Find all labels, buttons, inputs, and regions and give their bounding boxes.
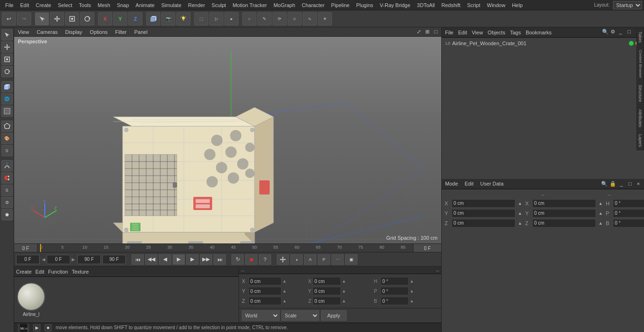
material-thumbnail[interactable] <box>17 283 45 311</box>
options-menu[interactable]: Options <box>88 29 109 35</box>
material-item[interactable]: Airline_l <box>17 283 45 317</box>
sidebar-magnet-btn[interactable]: 🧲 <box>1 172 13 184</box>
object-item-crate[interactable]: L0 Airline_Pet_Wooden_Crate_001 <box>444 40 642 47</box>
coord-y-size-input[interactable] <box>313 287 341 295</box>
prev-key-btn[interactable]: ◀◀ <box>145 254 157 265</box>
attr-x-pos-arrow[interactable]: ▲ <box>517 200 523 207</box>
mat-function-label[interactable]: Function <box>48 269 68 275</box>
attr-search-icon[interactable]: 🔍 <box>601 180 608 187</box>
tab-attributes[interactable]: Attributes <box>636 106 644 130</box>
attr-y-pos-input[interactable] <box>452 209 515 218</box>
coord-z-pos-arrow[interactable]: ▲ <box>282 299 287 303</box>
coord-b-input[interactable] <box>380 297 409 305</box>
menu-vray[interactable]: V-Ray Bridge <box>377 0 414 10</box>
menu-help[interactable]: Help <box>509 0 526 10</box>
coord-h-arrow[interactable]: ▲ <box>410 279 414 283</box>
render-view-btn[interactable]: ▷ <box>209 12 223 25</box>
attr-x-size-arrow[interactable]: ▲ <box>597 200 604 207</box>
attr-x-size-input[interactable] <box>532 199 596 208</box>
menu-animate[interactable]: Animate <box>132 0 158 10</box>
menu-simulate[interactable]: Simulate <box>158 0 185 10</box>
scale-tool[interactable] <box>65 12 79 25</box>
sidebar-material-btn[interactable]: 🎨 <box>1 133 13 144</box>
attr-z-pos-arrow[interactable]: ▲ <box>517 220 523 227</box>
sidebar-scale-btn[interactable] <box>1 54 13 65</box>
status-play-icon[interactable]: ▶ <box>33 324 41 332</box>
auto-key-btn[interactable]: A <box>304 254 316 265</box>
tab-layers[interactable]: Layers <box>636 131 644 150</box>
loop-btn[interactable]: ↻ <box>231 254 244 265</box>
coord-b-arrow[interactable]: ▲ <box>410 299 414 303</box>
light-btn2[interactable]: ☀ <box>318 12 332 25</box>
render-btn2[interactable]: ▣ <box>345 254 357 265</box>
question-btn[interactable]: ? <box>259 254 271 265</box>
attr-user-data-label[interactable]: User Data <box>479 181 505 186</box>
coord-x-size-arrow[interactable]: ▲ <box>342 279 346 283</box>
timeline-ruler[interactable]: 0 F 0 5 10 15 20 25 30 35 40 45 50 55 60… <box>14 243 441 252</box>
dots-btn[interactable]: ⋯ <box>331 254 344 265</box>
mat-edit-label[interactable]: Edit <box>35 269 44 275</box>
mat-texture-label[interactable]: Texture <box>72 269 89 275</box>
coord-h-input[interactable] <box>380 277 409 285</box>
coord-y-size-arrow[interactable]: ▲ <box>342 289 346 293</box>
frame-end2-input[interactable] <box>102 255 126 264</box>
menu-edit[interactable]: Edit <box>17 0 33 10</box>
search-icon[interactable]: 🔍 <box>601 29 608 36</box>
attr-y-size-input[interactable] <box>532 209 596 218</box>
next-frame-btn[interactable]: ▶ <box>186 254 198 265</box>
coord-y-pos-input[interactable] <box>248 287 281 295</box>
coord-p-arrow[interactable]: ▲ <box>410 289 414 293</box>
menu-script[interactable]: Script <box>464 0 484 10</box>
sidebar-select-btn[interactable] <box>1 29 13 40</box>
menu-snap[interactable]: Snap <box>114 0 132 10</box>
menu-mesh[interactable]: Mesh <box>94 0 114 10</box>
attr-z-size-input[interactable] <box>532 219 596 227</box>
obj-tags-label[interactable]: Tags <box>509 30 522 35</box>
coord-x-pos-input[interactable] <box>248 277 281 285</box>
frame-start-input[interactable] <box>16 255 40 264</box>
x-axis-btn[interactable]: X <box>98 12 112 25</box>
spline-btn[interactable]: ∿ <box>303 12 317 25</box>
world-select[interactable]: World <box>242 310 280 321</box>
attr-y-pos-arrow[interactable]: ▲ <box>517 210 523 217</box>
cameras-menu[interactable]: Cameras <box>35 29 60 35</box>
tab-content-browser[interactable]: Content Browser <box>636 47 644 81</box>
attr-h-input[interactable] <box>613 199 644 208</box>
sidebar-tag-btn[interactable]: ⬟ <box>1 209 13 220</box>
filter-menu[interactable]: Filter <box>113 29 128 35</box>
record-btn[interactable]: ⏺ <box>245 254 257 265</box>
cube-object[interactable] <box>146 12 160 25</box>
attr-x-pos-input[interactable] <box>452 199 515 208</box>
camera-object[interactable]: 📷 <box>161 12 175 25</box>
rotate-tool[interactable] <box>80 12 94 25</box>
attr-z-size-arrow[interactable]: ▲ <box>597 220 604 227</box>
menu-file[interactable]: File <box>2 0 17 10</box>
sphere-btn[interactable]: ○ <box>242 12 256 25</box>
attr-close-icon[interactable]: × <box>635 180 642 187</box>
obj-bookmarks-label[interactable]: Bookmarks <box>524 30 553 35</box>
coord-z-pos-input[interactable] <box>248 297 281 305</box>
keyframe-btn[interactable]: ⬧ <box>290 254 303 265</box>
apply-button[interactable]: Apply <box>321 310 347 321</box>
goto-start-btn[interactable]: ⏮ <box>132 254 144 265</box>
panel-menu[interactable]: Panel <box>132 29 149 35</box>
next-key-btn[interactable]: ▶▶ <box>200 254 212 265</box>
play-btn[interactable]: ▶ <box>173 254 185 265</box>
sidebar-move-btn[interactable] <box>1 41 13 53</box>
coord-x-size-input[interactable] <box>313 277 341 285</box>
menu-mograph[interactable]: MoGraph <box>270 0 298 10</box>
sidebar-bend-btn[interactable] <box>1 160 13 171</box>
obj-view-label[interactable]: View <box>471 30 485 35</box>
y-axis-btn[interactable]: Y <box>113 12 127 25</box>
attr-minimize-icon[interactable]: _ <box>618 180 625 187</box>
tab-structure[interactable]: Structure <box>636 81 644 105</box>
render-btn[interactable]: ▸ <box>224 12 239 25</box>
fullscreen-icon[interactable]: □ <box>432 29 439 35</box>
z-axis-btn[interactable]: Z <box>128 12 142 25</box>
menu-sculpt[interactable]: Sculpt <box>208 0 230 10</box>
pencil-btn[interactable]: ✎ <box>257 12 272 25</box>
scale-select[interactable]: Scale <box>281 310 319 321</box>
mat-create-label[interactable]: Create <box>16 269 32 275</box>
menu-3dtoall[interactable]: 3DToAll <box>413 0 438 10</box>
filter-icon[interactable]: ⚙ <box>609 29 617 36</box>
